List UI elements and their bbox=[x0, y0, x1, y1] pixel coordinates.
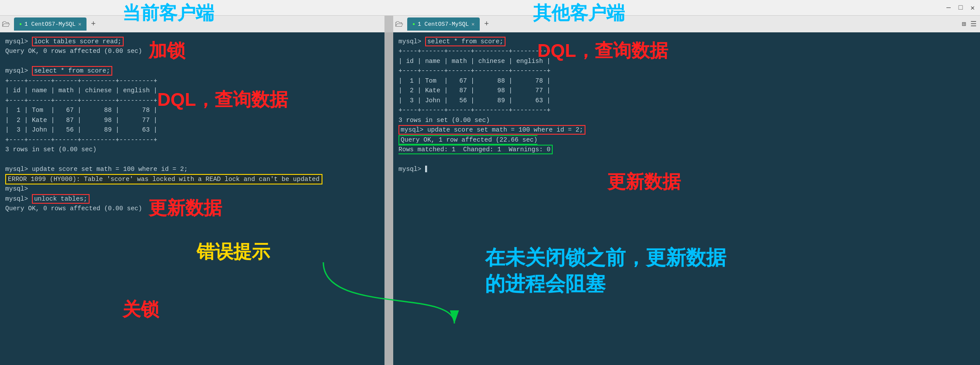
minimize-button[interactable]: — bbox=[946, 4, 951, 12]
right-terminal-content: mysql> select * from score; +----+------… bbox=[398, 37, 975, 174]
right-tab-close[interactable]: ✕ bbox=[471, 21, 474, 28]
right-tab-bar: 🗁 ● 1 CentOS7-MySQL ✕ + ⊞ ☰ bbox=[393, 16, 980, 32]
left-tab-add[interactable]: + bbox=[88, 20, 98, 28]
left-tab[interactable]: ● 1 CentOS7-MySQL ✕ bbox=[14, 17, 87, 31]
left-tab-label: 1 CentOS7-MySQL bbox=[24, 21, 76, 28]
right-tab-add[interactable]: + bbox=[481, 20, 492, 28]
right-tab-label: 1 CentOS7-MySQL bbox=[418, 21, 469, 28]
label-current-client: 当前客户端 bbox=[122, 1, 214, 25]
right-label-update: 更新数据 bbox=[607, 170, 681, 194]
window-controls[interactable]: — □ ✕ bbox=[946, 3, 975, 12]
right-label-dql: DQL，查询数据 bbox=[537, 38, 668, 63]
label-other-client: 其他客户端 bbox=[533, 1, 625, 25]
left-tab-close[interactable]: ✕ bbox=[78, 21, 81, 28]
maximize-button[interactable]: □ bbox=[959, 4, 963, 12]
left-label-dql: DQL，查询数据 bbox=[157, 87, 288, 112]
list-view-icon[interactable]: ☰ bbox=[970, 20, 977, 28]
grid-view-icon[interactable]: ⊞ bbox=[962, 20, 966, 28]
left-label-update: 更新数据 bbox=[149, 196, 222, 220]
left-terminal-content: mysql> lock tables score read; Query OK,… bbox=[5, 37, 379, 213]
right-tab[interactable]: ● 1 CentOS7-MySQL ✕ bbox=[407, 17, 480, 31]
left-tab-dot: ● bbox=[19, 22, 22, 27]
label-lock: 加锁 bbox=[149, 38, 185, 63]
right-folder-icon[interactable]: 🗁 bbox=[395, 19, 404, 29]
right-tab-dot: ● bbox=[412, 22, 415, 27]
label-unlock: 关锁 bbox=[122, 297, 159, 322]
close-button[interactable]: ✕ bbox=[970, 3, 975, 12]
label-blocked: 在未关闭锁之前，更新数据的进程会阻塞 bbox=[485, 245, 726, 297]
label-error: 错误提示 bbox=[197, 240, 270, 264]
arrow-svg bbox=[288, 254, 489, 350]
left-folder-icon[interactable]: 🗁 bbox=[2, 19, 10, 29]
